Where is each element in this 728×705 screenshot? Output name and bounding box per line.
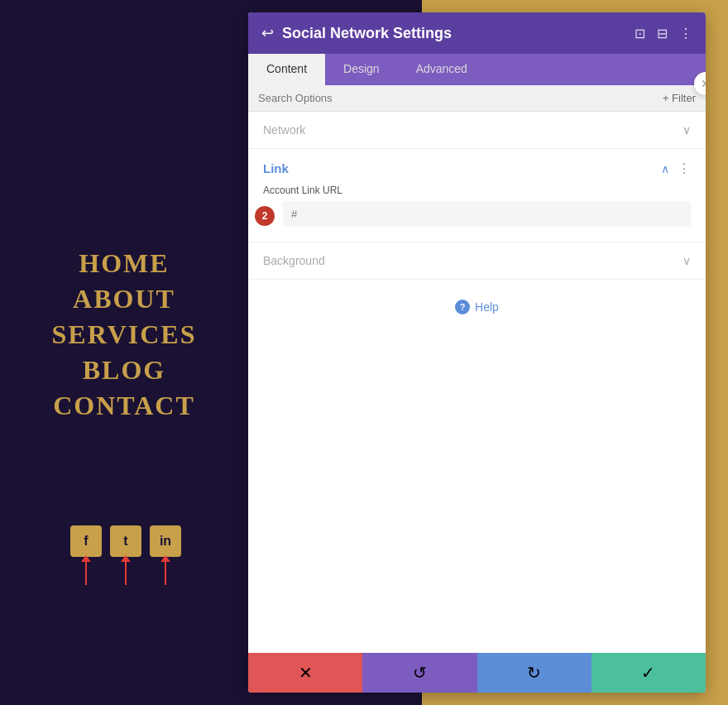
facebook-arrow	[85, 560, 87, 585]
redo-button[interactable]: ↻	[477, 653, 592, 693]
twitter-icon[interactable]: t	[110, 525, 141, 557]
nav-menu: HOME ABOUT SERVICES BLOG CONTACT	[0, 248, 248, 421]
save-icon: ✓	[641, 663, 655, 683]
link-header-icons: ∧ ⋮	[661, 161, 691, 176]
twitter-arrow	[125, 560, 127, 585]
nav-item-services[interactable]: SERVICES	[52, 319, 197, 350]
fullscreen-icon[interactable]: ⊡	[635, 26, 645, 41]
panel-header: ↩ Social Network Settings ⊡ ⊟ ⋮	[248, 12, 706, 54]
help-label: Help	[475, 300, 499, 314]
filter-button[interactable]: + Filter	[663, 92, 696, 104]
network-section-header[interactable]: Network ∨	[248, 112, 706, 148]
linkedin-arrow	[165, 560, 166, 585]
split-icon[interactable]: ⊟	[657, 26, 668, 41]
tab-design[interactable]: Design	[325, 54, 398, 85]
panel-title: Social Network Settings	[282, 25, 452, 42]
link-section-header: Link ∧ ⋮	[263, 149, 691, 185]
background-section[interactable]: Background ∨	[248, 242, 706, 280]
cancel-button[interactable]: ✕	[248, 653, 362, 693]
cancel-icon: ✕	[299, 663, 313, 683]
linkedin-wrapper: in	[150, 525, 181, 585]
more-icon[interactable]: ⋮	[679, 26, 692, 41]
reset-button[interactable]: ↺	[362, 653, 477, 693]
network-title: Network	[263, 123, 305, 137]
panel-footer: ✕ ↺ ↻ ✓	[248, 653, 706, 693]
back-button[interactable]: ↩	[261, 24, 274, 42]
twitter-wrapper: t	[110, 525, 141, 585]
step-badge: 2	[255, 206, 275, 226]
nav-item-home[interactable]: HOME	[79, 248, 169, 279]
link-section: Link ∧ ⋮ Account Link URL 2	[248, 149, 706, 242]
search-input[interactable]	[258, 92, 663, 104]
reset-icon: ↺	[413, 663, 427, 683]
settings-panel: ↩ Social Network Settings ⊡ ⊟ ⋮ Content …	[248, 12, 706, 693]
help-area: ? Help	[248, 280, 706, 334]
account-link-label: Account Link URL	[263, 185, 691, 196]
redo-icon: ↻	[527, 663, 541, 683]
account-link-input-row: 2	[263, 201, 691, 227]
network-chevron-icon: ∨	[682, 123, 691, 137]
nav-item-about[interactable]: ABOUT	[73, 284, 175, 314]
tab-advanced[interactable]: Advanced	[398, 54, 486, 85]
background-chevron-icon: ∨	[682, 254, 691, 267]
nav-item-contact[interactable]: CONTACT	[53, 391, 195, 421]
nav-item-blog[interactable]: BLOG	[83, 355, 165, 386]
link-more-icon[interactable]: ⋮	[678, 161, 691, 176]
help-button[interactable]: ? Help	[455, 300, 499, 314]
tab-content[interactable]: Content	[248, 54, 325, 85]
linkedin-icon[interactable]: in	[150, 525, 181, 557]
save-button[interactable]: ✓	[592, 653, 706, 693]
account-link-input[interactable]	[283, 201, 691, 227]
help-icon: ?	[455, 300, 470, 314]
link-title: Link	[263, 161, 289, 175]
tabs: Content Design Advanced	[248, 54, 706, 85]
link-chevron-up-icon[interactable]: ∧	[661, 162, 669, 175]
social-icons-group: f t in	[70, 525, 181, 585]
network-section: Network ∨	[248, 112, 706, 149]
facebook-icon[interactable]: f	[70, 525, 102, 557]
search-bar: + Filter	[248, 85, 706, 112]
panel-header-right: ⊡ ⊟ ⋮	[635, 26, 692, 41]
facebook-wrapper: f	[70, 525, 102, 585]
background-title: Background	[263, 254, 325, 267]
panel-header-left: ↩ Social Network Settings	[261, 24, 452, 42]
panel-content: Network ∨ Link ∧ ⋮ Account Link URL 2 Ba…	[248, 112, 706, 653]
